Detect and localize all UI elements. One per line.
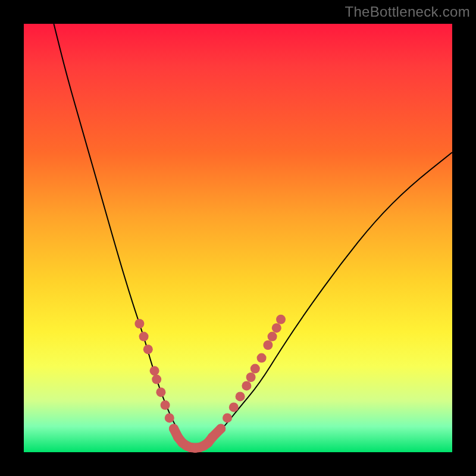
data-marker (272, 323, 281, 333)
data-marker (134, 319, 144, 328)
data-marker (152, 375, 161, 384)
data-marker (236, 392, 245, 401)
bottleneck-curve (54, 24, 452, 447)
outer-frame: TheBottleneck.com (0, 0, 476, 476)
data-marker (263, 340, 273, 350)
data-marker (139, 332, 149, 342)
data-marker (208, 433, 217, 442)
data-marker (156, 387, 165, 397)
data-marker (242, 381, 251, 390)
data-marker (150, 366, 159, 375)
watermark-text: TheBottleneck.com (345, 4, 470, 20)
data-marker (257, 353, 267, 363)
data-marker (165, 413, 174, 422)
plot-area (24, 24, 452, 452)
data-marker (229, 402, 239, 412)
data-marker (250, 364, 260, 374)
curve-group (54, 24, 452, 447)
data-marker (223, 413, 232, 422)
chart-svg (24, 24, 452, 452)
data-marker (161, 400, 170, 410)
data-marker (216, 424, 226, 433)
data-marker (268, 332, 277, 342)
marker-group (134, 315, 286, 453)
data-marker (246, 372, 256, 382)
data-marker (169, 424, 178, 433)
data-marker (276, 315, 286, 324)
data-marker (143, 345, 153, 354)
